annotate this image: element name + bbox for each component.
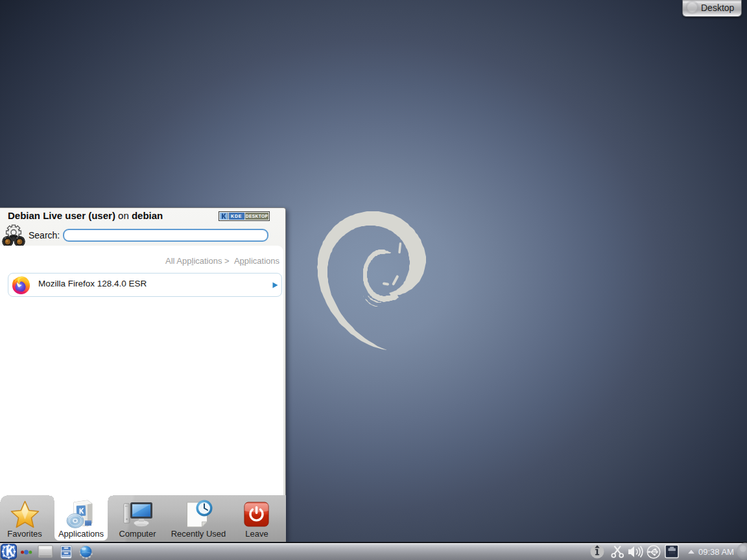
svg-text:KDE: KDE [231,214,242,218]
svg-text:DESKTOP: DESKTOP [246,214,268,218]
